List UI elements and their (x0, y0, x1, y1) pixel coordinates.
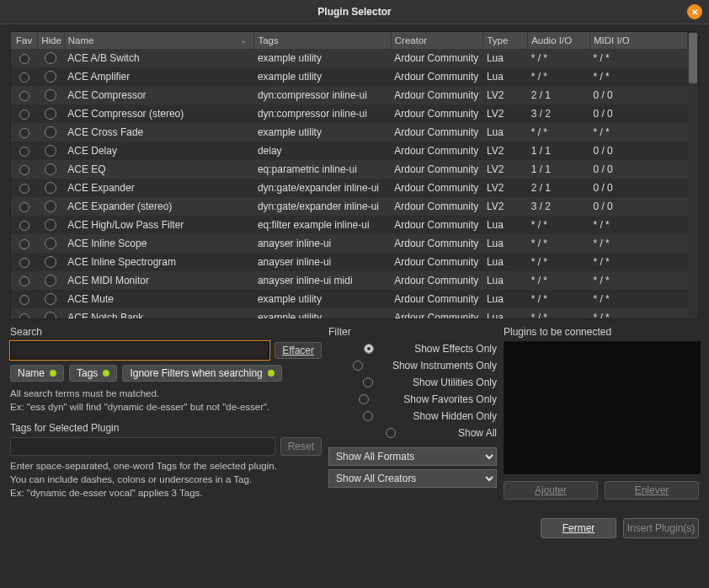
add-button[interactable]: Ajouter (504, 481, 598, 500)
search-input[interactable] (10, 341, 269, 360)
search-heading: Search (10, 326, 322, 338)
fav-radio[interactable] (19, 295, 29, 305)
chip-tags[interactable]: Tags (69, 365, 117, 382)
hide-radio[interactable] (45, 52, 56, 64)
plugin-midi-io: 0 / 0 (589, 86, 687, 104)
fav-radio[interactable] (19, 128, 29, 138)
hide-radio[interactable] (45, 126, 56, 138)
plugin-creator: Ardour Community (391, 234, 483, 253)
hide-radio[interactable] (45, 163, 56, 175)
plugin-creator: Ardour Community (391, 86, 483, 104)
plugin-creator: Ardour Community (391, 308, 483, 318)
table-row[interactable]: ACE Delay delay Ardour Community LV2 1 /… (11, 142, 688, 160)
tags-input[interactable] (10, 437, 275, 456)
close-icon[interactable]: ✕ (687, 4, 702, 19)
filter-radio-label: Show Hidden Only (413, 410, 497, 422)
fav-radio[interactable] (19, 165, 29, 175)
hide-radio[interactable] (45, 71, 56, 83)
hide-radio[interactable] (45, 238, 56, 249)
plugin-name: ACE Inline Scope (64, 234, 254, 253)
column-tags[interactable]: Tags (254, 32, 391, 49)
plugin-audio-io: 2 / 1 (528, 179, 590, 197)
fav-radio[interactable] (19, 110, 29, 120)
plugin-tags: example utility (254, 123, 391, 142)
hide-radio[interactable] (45, 182, 56, 194)
table-row[interactable]: ACE Compressor dyn:compressor inline-ui … (11, 86, 688, 104)
filter-radio[interactable]: Show Favorites Only (328, 393, 497, 405)
fav-radio[interactable] (19, 202, 29, 212)
connect-list[interactable] (504, 341, 701, 474)
plugin-audio-io: 1 / 1 (528, 160, 590, 179)
fav-radio[interactable] (19, 221, 29, 231)
remove-button[interactable]: Enlever (605, 481, 699, 500)
column-type[interactable]: Type (483, 32, 528, 49)
tags-reset-button[interactable]: Reset (280, 437, 322, 456)
column-creator[interactable]: Creator (391, 32, 483, 49)
plugin-type: Lua (483, 308, 528, 318)
filter-radio[interactable]: Show Instruments Only (328, 360, 497, 372)
fav-radio[interactable] (19, 313, 29, 318)
hide-radio[interactable] (45, 275, 56, 286)
hide-radio[interactable] (45, 145, 56, 157)
column-hide[interactable]: Hide (38, 32, 65, 49)
plugin-tags: example utility (254, 290, 391, 308)
hide-radio[interactable] (45, 108, 56, 120)
hide-radio[interactable] (45, 219, 56, 231)
filter-creator-combo[interactable]: Show All Creators (328, 469, 497, 488)
plugin-tags: eq:parametric inline-ui (254, 160, 391, 179)
plugin-scrollbar[interactable] (688, 32, 698, 318)
chip-on-icon (50, 370, 56, 377)
hide-radio[interactable] (45, 200, 56, 212)
filter-radio[interactable]: Show Hidden Only (328, 410, 497, 422)
plugin-type: LV2 (483, 197, 528, 216)
fav-radio[interactable] (19, 91, 29, 101)
plugin-creator: Ardour Community (391, 104, 483, 123)
fav-radio[interactable] (19, 258, 29, 268)
hide-radio[interactable] (45, 89, 56, 101)
fav-radio[interactable] (19, 72, 29, 83)
plugin-creator: Ardour Community (391, 142, 483, 160)
table-row[interactable]: ACE Notch Bank example utility Ardour Co… (11, 308, 688, 318)
table-row[interactable]: ACE Expander dyn:gate/expander inline-ui… (11, 179, 688, 197)
filter-radio[interactable]: Show Utilities Only (328, 377, 497, 388)
table-row[interactable]: ACE Mute example utility Ardour Communit… (11, 290, 688, 308)
table-row[interactable]: ACE A/B Switch example utility Ardour Co… (11, 49, 688, 67)
fav-radio[interactable] (19, 276, 29, 286)
chip-ignore-filters[interactable]: Ignore Filters when searching (122, 365, 281, 382)
insert-plugins-button[interactable]: Insert Plugin(s) (623, 518, 699, 538)
column-name[interactable]: Name ⌄ (64, 32, 254, 49)
hide-radio[interactable] (45, 312, 56, 318)
plugin-midi-io: * / * (589, 216, 687, 234)
table-row[interactable]: ACE Amplifier example utility Ardour Com… (11, 67, 688, 86)
table-row[interactable]: ACE Cross Fade example utility Ardour Co… (11, 123, 688, 142)
table-row[interactable]: ACE Expander (stereo) dyn:gate/expander … (11, 197, 688, 216)
table-row[interactable]: ACE EQ eq:parametric inline-ui Ardour Co… (11, 160, 688, 179)
fav-radio[interactable] (19, 239, 29, 249)
column-midiio[interactable]: MIDI I/O (589, 32, 687, 49)
column-fav[interactable]: Fav (11, 32, 38, 49)
plugin-type: LV2 (483, 142, 528, 160)
table-row[interactable]: ACE Compressor (stereo) dyn:compressor i… (11, 104, 688, 123)
chip-name[interactable]: Name (10, 365, 64, 382)
clear-search-button[interactable]: Effacer (275, 342, 322, 359)
table-row[interactable]: ACE High/Low Pass Filter eq:filter examp… (11, 216, 688, 234)
fav-radio[interactable] (19, 147, 29, 157)
column-audioio[interactable]: Audio I/O (528, 32, 590, 49)
filter-radio[interactable]: Show Effects Only (328, 343, 497, 355)
table-row[interactable]: ACE MIDI Monitor anayser inline-ui midi … (11, 271, 688, 290)
plugin-tags: anayser inline-ui midi (254, 271, 391, 290)
table-row[interactable]: ACE Inline Spectrogram anayser inline-ui… (11, 253, 688, 271)
table-row[interactable]: ACE Inline Scope anayser inline-ui Ardou… (11, 234, 688, 253)
fav-radio[interactable] (19, 184, 29, 194)
hide-radio[interactable] (45, 256, 56, 268)
fav-radio[interactable] (19, 54, 29, 64)
plugin-type: LV2 (483, 179, 528, 197)
plugin-name: ACE Notch Bank (64, 308, 254, 318)
chip-name-label: Name (18, 367, 45, 379)
plugin-audio-io: * / * (528, 290, 590, 308)
filter-format-combo[interactable]: Show All Formats (328, 447, 497, 466)
filter-radio[interactable]: Show All (328, 427, 497, 439)
close-button[interactable]: Fermer (541, 518, 616, 538)
hide-radio[interactable] (45, 293, 56, 305)
plugin-tags: dyn:compressor inline-ui (254, 104, 391, 123)
